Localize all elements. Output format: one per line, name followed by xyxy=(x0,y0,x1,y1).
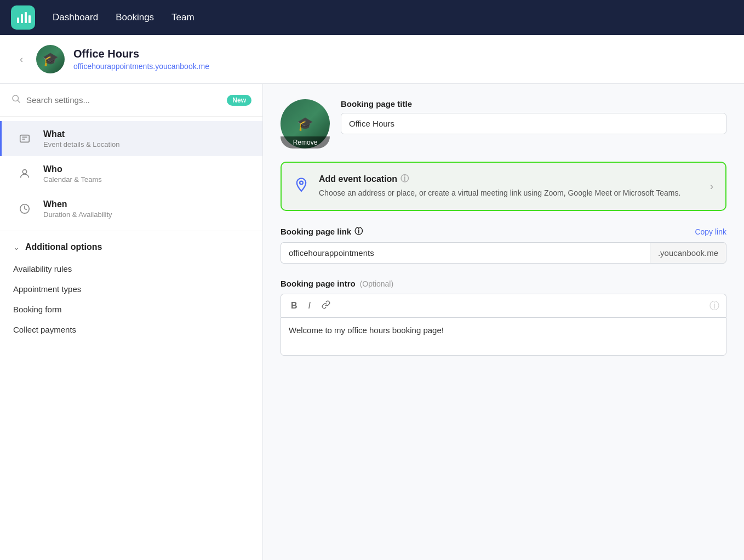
subheader-title: Office Hours xyxy=(73,48,209,60)
search-bar: New xyxy=(0,84,262,117)
svg-point-11 xyxy=(300,181,303,184)
svg-point-4 xyxy=(13,95,19,101)
sidebar-item-availability-rules[interactable]: Availability rules xyxy=(13,259,249,279)
sidebar-item-who[interactable]: Who Calendar & Teams xyxy=(0,156,262,191)
sidebar: New What Event details & Location xyxy=(0,84,263,560)
booking-page-link-section: Booking page link ⓘ Copy link .youcanboo… xyxy=(281,226,726,264)
new-badge: New xyxy=(227,95,251,106)
page-avatar-wrap: 🎓 Remove xyxy=(281,99,330,148)
when-icon xyxy=(15,199,35,219)
search-input[interactable] xyxy=(26,95,221,105)
what-title: What xyxy=(43,129,119,139)
remove-avatar-button[interactable]: Remove xyxy=(281,136,330,148)
intro-section: Booking page intro (Optional) B I ⓘ Welc… xyxy=(281,279,726,356)
sidebar-item-collect-payments[interactable]: Collect payments xyxy=(13,319,249,340)
intro-editor[interactable]: Welcome to my office hours booking page! xyxy=(281,317,726,356)
subheader-link[interactable]: officehourappointments.youcanbook.me xyxy=(73,62,209,71)
subheader: ‹ 🎓 Office Hours officehourappointments.… xyxy=(0,35,744,84)
main-content: 🎓 Remove Booking page title Add event lo… xyxy=(263,84,744,560)
nav-section: What Event details & Location Who Calend… xyxy=(0,117,262,231)
intro-label: Booking page intro (Optional) xyxy=(281,279,726,288)
nav-bookings[interactable]: Bookings xyxy=(116,12,154,23)
top-navigation: Dashboard Bookings Team xyxy=(0,0,744,35)
search-icon xyxy=(11,94,21,106)
sidebar-item-appointment-types[interactable]: Appointment types xyxy=(13,279,249,299)
who-title: Who xyxy=(43,164,102,174)
location-pin-icon xyxy=(294,177,309,196)
who-item-text: Who Calendar & Teams xyxy=(43,164,102,184)
booking-page-title-label: Booking page title xyxy=(341,99,726,108)
when-subtitle: Duration & Availability xyxy=(43,210,112,219)
additional-options-header[interactable]: ⌄ Additional options xyxy=(0,231,262,259)
editor-toolbar: B I ⓘ xyxy=(281,294,726,317)
location-description: Choose an address or place, or create a … xyxy=(319,187,700,199)
title-section: 🎓 Remove Booking page title xyxy=(281,99,726,148)
italic-button[interactable]: I xyxy=(305,299,314,312)
svg-rect-1 xyxy=(21,14,23,23)
link-slug-input[interactable] xyxy=(281,242,650,264)
bold-button[interactable]: B xyxy=(288,299,301,312)
copy-link-button[interactable]: Copy link xyxy=(695,227,726,236)
who-icon xyxy=(15,164,35,184)
booking-page-title-input[interactable] xyxy=(341,113,726,134)
additional-items-list: Availability rules Appointment types Boo… xyxy=(0,259,262,348)
sidebar-item-when[interactable]: When Duration & Availability xyxy=(0,191,262,226)
help-icon: ⓘ xyxy=(709,299,719,312)
chevron-down-icon: ⌄ xyxy=(13,243,20,252)
additional-options-title: Additional options xyxy=(25,242,102,252)
what-item-text: What Event details & Location xyxy=(43,129,119,148)
main-layout: New What Event details & Location xyxy=(0,84,744,560)
location-title: Add event location ⓘ xyxy=(319,174,700,184)
who-subtitle: Calendar & Teams xyxy=(43,175,102,184)
chevron-right-icon: › xyxy=(710,181,713,192)
booking-avatar: 🎓 xyxy=(36,45,65,73)
location-help-icon: ⓘ xyxy=(400,174,409,184)
svg-point-9 xyxy=(22,170,26,174)
svg-rect-2 xyxy=(25,12,27,23)
what-subtitle: Event details & Location xyxy=(43,140,119,148)
additional-options-section: ⌄ Additional options Availability rules … xyxy=(0,231,262,348)
svg-rect-6 xyxy=(20,135,30,142)
sidebar-item-what[interactable]: What Event details & Location xyxy=(0,121,262,156)
svg-rect-0 xyxy=(17,18,19,23)
link-button[interactable] xyxy=(318,299,334,313)
link-inputs: .youcanbook.me xyxy=(281,242,726,264)
location-card[interactable]: Add event location ⓘ Choose an address o… xyxy=(281,162,726,211)
when-title: When xyxy=(43,199,112,209)
title-field-group: Booking page title xyxy=(341,99,726,134)
back-button[interactable]: ‹ xyxy=(15,52,27,67)
sidebar-item-booking-form[interactable]: Booking form xyxy=(13,299,249,319)
location-text: Add event location ⓘ Choose an address o… xyxy=(319,174,700,199)
booking-page-link-label: Booking page link ⓘ xyxy=(281,226,363,237)
when-item-text: When Duration & Availability xyxy=(43,199,112,219)
nav-dashboard[interactable]: Dashboard xyxy=(53,12,98,23)
app-logo[interactable] xyxy=(11,5,35,30)
what-icon xyxy=(15,129,35,148)
nav-team[interactable]: Team xyxy=(171,12,194,23)
link-help-icon: ⓘ xyxy=(354,226,363,237)
subheader-info: Office Hours officehourappointments.youc… xyxy=(73,48,209,71)
svg-rect-3 xyxy=(28,15,31,23)
link-suffix: .youcanbook.me xyxy=(650,242,726,264)
intro-optional-label: (Optional) xyxy=(360,279,393,288)
svg-line-5 xyxy=(18,100,20,102)
link-header: Booking page link ⓘ Copy link xyxy=(281,226,726,237)
